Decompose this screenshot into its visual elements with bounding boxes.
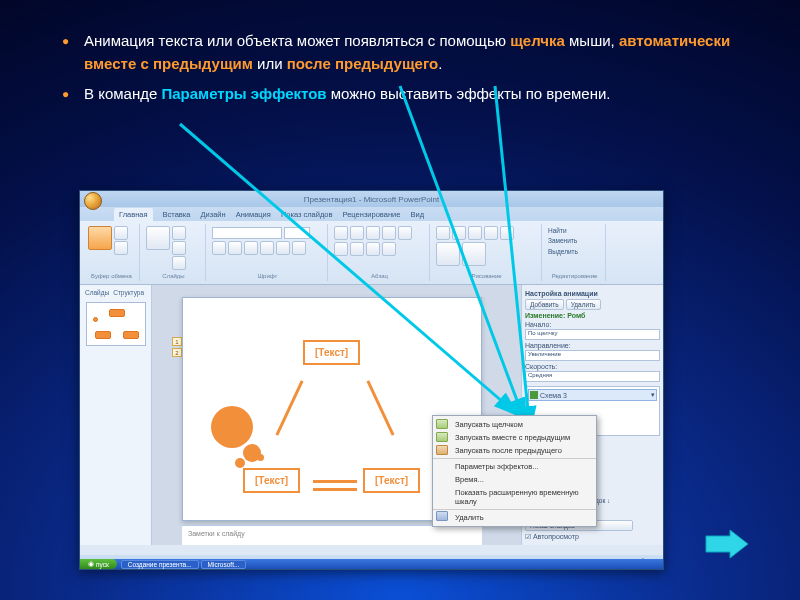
tab-home[interactable]: Главная bbox=[114, 208, 153, 221]
smartart-node-1[interactable]: [Текст] bbox=[303, 340, 360, 365]
new-slide-icon[interactable] bbox=[146, 226, 170, 250]
arrange-icon[interactable] bbox=[436, 242, 460, 266]
menu-timing[interactable]: Время... bbox=[433, 473, 596, 486]
ribbon-tabs: Главная Вставка Дизайн Анимация Показ сл… bbox=[80, 207, 663, 221]
windows-taskbar: ◉ пуск Создание презента... Microsoft... bbox=[80, 559, 663, 569]
font-size[interactable] bbox=[284, 227, 310, 239]
entrance-icon bbox=[530, 391, 538, 399]
paste-icon[interactable] bbox=[88, 226, 112, 250]
smartart-node-2[interactable]: [Текст] bbox=[243, 468, 300, 493]
ribbon: Буфер обмена Слайды Шрифт Абзац bbox=[80, 221, 663, 285]
start-button[interactable]: ◉ пуск bbox=[80, 559, 117, 569]
underline-icon[interactable] bbox=[244, 241, 258, 255]
quickstyles-icon[interactable] bbox=[462, 242, 486, 266]
align-right-icon[interactable] bbox=[366, 242, 380, 256]
tab-design[interactable]: Дизайн bbox=[200, 210, 225, 219]
start-icon: ◉ bbox=[88, 560, 94, 568]
indent-inc-icon[interactable] bbox=[382, 226, 396, 240]
shape-icon[interactable] bbox=[436, 226, 450, 240]
slide-thumbnail-1[interactable] bbox=[86, 302, 146, 346]
bullets-icon[interactable] bbox=[334, 226, 348, 240]
taskbar-item[interactable]: Создание презента... bbox=[121, 560, 199, 569]
strike-icon[interactable] bbox=[260, 241, 274, 255]
bullet-2: В команде Параметры эффектов можно выста… bbox=[60, 83, 740, 106]
columns-icon[interactable] bbox=[382, 242, 396, 256]
autopreview-checkbox[interactable]: ☑ Автопросмотр bbox=[525, 533, 660, 541]
add-effect-button[interactable]: Добавить bbox=[525, 299, 564, 310]
group-slides: Слайды bbox=[142, 224, 206, 281]
align-left-icon[interactable] bbox=[334, 242, 348, 256]
find-button[interactable]: Найти bbox=[548, 226, 601, 236]
tab-insert[interactable]: Вставка bbox=[163, 210, 191, 219]
tab-animation[interactable]: Анимация bbox=[236, 210, 271, 219]
group-drawing: Рисование bbox=[432, 224, 542, 281]
bullet-list: Анимация текста или объекта может появля… bbox=[0, 0, 800, 106]
italic-icon[interactable] bbox=[228, 241, 242, 255]
thumbs-tab-slides[interactable]: Слайды bbox=[85, 289, 109, 296]
property-select[interactable]: Увеличение bbox=[525, 350, 660, 361]
start-label: Начало: bbox=[525, 321, 551, 328]
select-button[interactable]: Выделить bbox=[548, 247, 601, 257]
tab-review[interactable]: Рецензирование bbox=[343, 210, 401, 219]
tab-slideshow[interactable]: Показ слайдов bbox=[281, 210, 333, 219]
group-clipboard: Буфер обмена bbox=[84, 224, 140, 281]
font-select[interactable] bbox=[212, 227, 282, 239]
shape-icon[interactable] bbox=[452, 226, 466, 240]
menu-remove[interactable]: Удалить bbox=[433, 509, 596, 524]
shadow-icon[interactable] bbox=[276, 241, 290, 255]
shape-icon[interactable] bbox=[500, 226, 514, 240]
numbering-icon[interactable] bbox=[350, 226, 364, 240]
edit-effect-label: Изменение: Ромб bbox=[525, 312, 660, 319]
pane-title: Настройка анимации bbox=[525, 290, 660, 297]
speed-select[interactable]: Средняя bbox=[525, 371, 660, 382]
speed-label: Скорость: bbox=[525, 363, 557, 370]
effect-context-menu: Запускать щелчком Запускать вместе с пре… bbox=[432, 415, 597, 527]
notes-pane[interactable]: Заметки к слайду bbox=[182, 525, 482, 545]
anim-seq-2: 2 bbox=[172, 348, 182, 357]
tab-view[interactable]: Вид bbox=[410, 210, 424, 219]
remove-effect-button[interactable]: Удалить bbox=[566, 299, 601, 310]
menu-after-previous[interactable]: Запускать после предыдущего bbox=[433, 444, 596, 457]
menu-on-click[interactable]: Запускать щелчком bbox=[433, 418, 596, 431]
next-slide-arrow[interactable] bbox=[704, 528, 750, 560]
title-bar: Презентация1 - Microsoft PowerPoint bbox=[80, 191, 663, 207]
indent-dec-icon[interactable] bbox=[366, 226, 380, 240]
slide-thumbnails-pane: Слайды Структура bbox=[80, 285, 152, 545]
font-color-icon[interactable] bbox=[292, 241, 306, 255]
menu-effect-options[interactable]: Параметры эффектов... bbox=[433, 458, 596, 473]
linespacing-icon[interactable] bbox=[398, 226, 412, 240]
property-label: Направление: bbox=[525, 342, 571, 349]
start-select[interactable]: По щелчку bbox=[525, 329, 660, 340]
reset-icon[interactable] bbox=[172, 241, 186, 255]
effect-list-item[interactable]: Схема 3 ▾ bbox=[528, 389, 657, 401]
group-font: Шрифт bbox=[208, 224, 328, 281]
office-button[interactable] bbox=[84, 192, 102, 210]
delete-icon[interactable] bbox=[172, 256, 186, 270]
align-center-icon[interactable] bbox=[350, 242, 364, 256]
window-title: Презентация1 - Microsoft PowerPoint bbox=[304, 195, 439, 204]
menu-advanced-timeline[interactable]: Показать расширенную временную шкалу bbox=[433, 486, 596, 508]
anim-seq-1: 1 bbox=[172, 337, 182, 346]
group-editing: Найти Заменить Выделить Редактирование bbox=[544, 224, 606, 281]
shape-icon[interactable] bbox=[468, 226, 482, 240]
layout-icon[interactable] bbox=[172, 226, 186, 240]
cut-icon[interactable] bbox=[114, 226, 128, 240]
powerpoint-window: Презентация1 - Microsoft PowerPoint Глав… bbox=[79, 190, 664, 570]
thumbs-tab-outline[interactable]: Структура bbox=[113, 289, 144, 296]
animation-pane: Настройка анимации Добавить Удалить Изме… bbox=[521, 285, 663, 545]
bold-icon[interactable] bbox=[212, 241, 226, 255]
replace-button[interactable]: Заменить bbox=[548, 236, 601, 246]
copy-icon[interactable] bbox=[114, 241, 128, 255]
smartart-node-3[interactable]: [Текст] bbox=[363, 468, 420, 493]
group-paragraph: Абзац bbox=[330, 224, 430, 281]
taskbar-item[interactable]: Microsoft... bbox=[201, 560, 247, 569]
bullet-1: Анимация текста или объекта может появля… bbox=[60, 30, 740, 75]
shape-icon[interactable] bbox=[484, 226, 498, 240]
menu-with-previous[interactable]: Запускать вместе с предыдущим bbox=[433, 431, 596, 444]
